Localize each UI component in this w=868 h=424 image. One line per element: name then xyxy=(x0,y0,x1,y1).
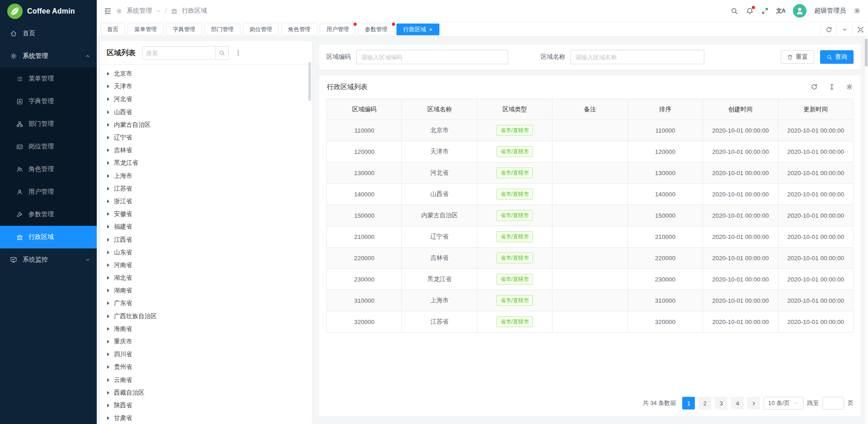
page-scrollbar[interactable] xyxy=(864,37,868,424)
table-row[interactable]: 120000 天津市 省市/直辖市 120000 2020-10-01 00:0… xyxy=(327,141,854,162)
caret-right-icon[interactable] xyxy=(107,391,109,395)
caret-right-icon[interactable] xyxy=(107,238,109,242)
table-row[interactable]: 140000 山西省 省市/直辖市 140000 2020-10-01 00:0… xyxy=(327,184,854,205)
caret-right-icon[interactable] xyxy=(107,110,109,114)
page-tab[interactable]: 参数管理 × xyxy=(358,24,394,35)
tree-node[interactable]: 重庆市 xyxy=(107,335,312,348)
caret-right-icon[interactable] xyxy=(107,174,109,178)
column-header[interactable]: 区域名称 xyxy=(402,99,477,120)
tree-search-button[interactable] xyxy=(215,46,229,60)
tree-node[interactable]: 云南省 xyxy=(107,374,312,386)
table-row[interactable]: 110000 北京市 省市/直辖市 110000 2020-10-01 00:0… xyxy=(327,120,854,141)
tree-node[interactable]: 四川省 xyxy=(107,348,312,361)
translate-icon[interactable]: 文A xyxy=(776,7,785,15)
collapse-sidebar-icon[interactable] xyxy=(104,7,112,15)
page-tab[interactable]: 菜单管理 × xyxy=(127,24,164,35)
caret-right-icon[interactable] xyxy=(107,251,109,254)
sidebar-subitem[interactable]: 参数管理 xyxy=(0,203,97,226)
page-number-button[interactable]: 3 xyxy=(715,397,727,410)
caret-right-icon[interactable] xyxy=(107,327,109,331)
caret-right-icon[interactable] xyxy=(107,72,109,76)
table-row[interactable]: 150000 内蒙古自治区 省市/直辖市 150000 2020-10-01 0… xyxy=(327,205,854,226)
tree-node[interactable]: 辽宁省 xyxy=(107,131,312,144)
page-tab[interactable]: 角色管理 × xyxy=(281,24,317,35)
reset-button[interactable]: 重置 xyxy=(781,50,814,64)
tree-node[interactable]: 北京市 xyxy=(107,67,312,80)
maximize-content-button[interactable] xyxy=(852,22,868,37)
caret-right-icon[interactable] xyxy=(107,161,109,165)
row-height-icon[interactable] xyxy=(828,83,835,91)
caret-right-icon[interactable] xyxy=(107,404,109,407)
tree-node[interactable]: 浙江省 xyxy=(107,195,312,208)
table-row[interactable]: 210000 辽宁省 省市/直辖市 210000 2020-10-01 00:0… xyxy=(327,226,854,248)
caret-right-icon[interactable] xyxy=(107,301,109,305)
breadcrumb-section[interactable]: 系统管理 xyxy=(127,7,152,15)
sidebar-subitem[interactable]: 角色管理 xyxy=(0,158,97,181)
page-tab[interactable]: 字典管理 × xyxy=(166,24,202,35)
region-code-input[interactable] xyxy=(356,50,508,64)
tree-node[interactable]: 江西省 xyxy=(107,233,312,246)
caret-right-icon[interactable] xyxy=(107,97,109,101)
caret-right-icon[interactable] xyxy=(107,225,109,229)
tree-node[interactable]: 西藏自治区 xyxy=(107,386,312,399)
tree-node[interactable]: 上海市 xyxy=(107,170,312,182)
region-name-input[interactable] xyxy=(571,50,704,64)
tree-node[interactable]: 河南省 xyxy=(107,259,312,272)
page-number-button[interactable]: 4 xyxy=(731,397,744,410)
caret-right-icon[interactable] xyxy=(107,212,109,216)
caret-right-icon[interactable] xyxy=(107,263,109,267)
tree-scrollbar-thumb[interactable] xyxy=(308,62,311,101)
caret-right-icon[interactable] xyxy=(107,136,109,139)
table-row[interactable]: 220000 吉林省 省市/直辖市 220000 2020-10-01 00:0… xyxy=(327,248,854,269)
sidebar-subitem[interactable]: 菜单管理 xyxy=(0,67,97,90)
search-button[interactable]: 查询 xyxy=(820,50,854,64)
column-header[interactable]: 区域类型 xyxy=(477,99,552,120)
caret-right-icon[interactable] xyxy=(107,314,109,318)
tree-search-input[interactable] xyxy=(142,46,215,60)
tree-node[interactable]: 内蒙古自治区 xyxy=(107,119,312,131)
tab-menu-button[interactable] xyxy=(836,22,852,37)
tree-node[interactable]: 天津市 xyxy=(107,80,312,93)
tree-node[interactable]: 海南省 xyxy=(107,323,312,335)
tree-node[interactable]: 贵州省 xyxy=(107,361,312,373)
tree-node[interactable]: 福建省 xyxy=(107,220,312,233)
page-jump-input[interactable] xyxy=(822,397,844,410)
caret-right-icon[interactable] xyxy=(107,289,109,292)
page-number-button[interactable]: 1 xyxy=(682,397,695,410)
caret-right-icon[interactable] xyxy=(107,123,109,127)
sidebar-subitem[interactable]: 行政区域 xyxy=(0,226,97,248)
table-row[interactable]: 320000 江苏省 省市/直辖市 320000 2020-10-01 00:0… xyxy=(327,311,854,333)
avatar[interactable] xyxy=(793,4,807,18)
tree-node[interactable]: 安徽省 xyxy=(107,208,312,220)
sidebar-subitem[interactable]: 部门管理 xyxy=(0,113,97,135)
page-scrollbar-thumb[interactable] xyxy=(865,38,868,67)
column-header[interactable]: 备注 xyxy=(552,99,627,120)
tree-node[interactable]: 河北省 xyxy=(107,93,312,105)
tree-node[interactable]: 广西壮族自治区 xyxy=(107,310,312,323)
tree-node[interactable]: 广东省 xyxy=(107,297,312,310)
caret-right-icon[interactable] xyxy=(107,353,109,356)
tree-node[interactable]: 山东省 xyxy=(107,246,312,259)
close-icon[interactable]: × xyxy=(429,27,433,33)
caret-right-icon[interactable] xyxy=(107,85,109,88)
table-row[interactable]: 310000 上海市 省市/直辖市 310000 2020-10-01 00:0… xyxy=(327,290,854,311)
caret-right-icon[interactable] xyxy=(107,187,109,191)
column-header[interactable]: 排序 xyxy=(627,99,703,120)
column-header[interactable]: 更新时间 xyxy=(778,99,853,120)
settings-gear-icon[interactable] xyxy=(854,7,861,14)
tree-node[interactable]: 陕西省 xyxy=(107,399,312,412)
caret-right-icon[interactable] xyxy=(107,378,109,382)
user-name[interactable]: 超级管理员 xyxy=(814,7,846,15)
sidebar-item-home[interactable]: 首页 xyxy=(0,22,97,45)
page-number-button[interactable]: 2 xyxy=(698,397,711,410)
tree-node[interactable]: 黑龙江省 xyxy=(107,157,312,169)
sidebar-subitem[interactable]: 岗位管理 xyxy=(0,135,97,158)
tree-node[interactable]: 吉林省 xyxy=(107,144,312,157)
caret-right-icon[interactable] xyxy=(107,416,109,420)
fullscreen-icon[interactable] xyxy=(761,7,769,14)
tree-node[interactable]: 山西省 xyxy=(107,106,312,119)
page-tab[interactable]: 首页 × xyxy=(100,24,125,35)
column-header[interactable]: 区域编码 xyxy=(327,99,402,120)
refresh-tab-button[interactable] xyxy=(821,22,836,37)
refresh-icon[interactable] xyxy=(811,83,818,91)
